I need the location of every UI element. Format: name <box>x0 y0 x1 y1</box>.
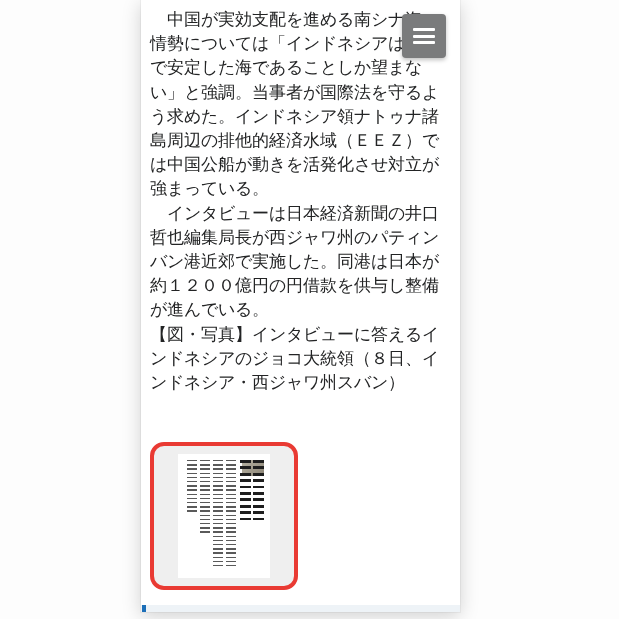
progress-scrollbar[interactable] <box>141 605 460 612</box>
hamburger-icon <box>413 28 435 44</box>
phone-frame: 中国が実効支配を進める南シナ海の情勢については「インドネシアは平和で安定した海で… <box>141 0 460 612</box>
article-thumbnail[interactable] <box>150 442 298 590</box>
paragraph-2: インタビューは日本経済新聞の井口哲也編集局長が西ジャワ州のパティンバン港近郊で実… <box>150 201 451 322</box>
progress-handle[interactable] <box>142 605 146 612</box>
app-stage: 中国が実効支配を進める南シナ海の情勢については「インドネシアは平和で安定した海で… <box>0 0 619 619</box>
thumbnail-page <box>178 454 270 578</box>
thumbnail-headline-columns <box>240 460 264 524</box>
article-body: 中国が実効支配を進める南シナ海の情勢については「インドネシアは平和で安定した海で… <box>150 7 451 394</box>
hamburger-menu-button[interactable] <box>402 14 446 58</box>
thumbnail-text-columns <box>184 460 236 566</box>
paragraph-caption: 【図・写真】インタビューに答えるインドネシアのジョコ大統領（８日、インドネシア・… <box>150 322 451 395</box>
